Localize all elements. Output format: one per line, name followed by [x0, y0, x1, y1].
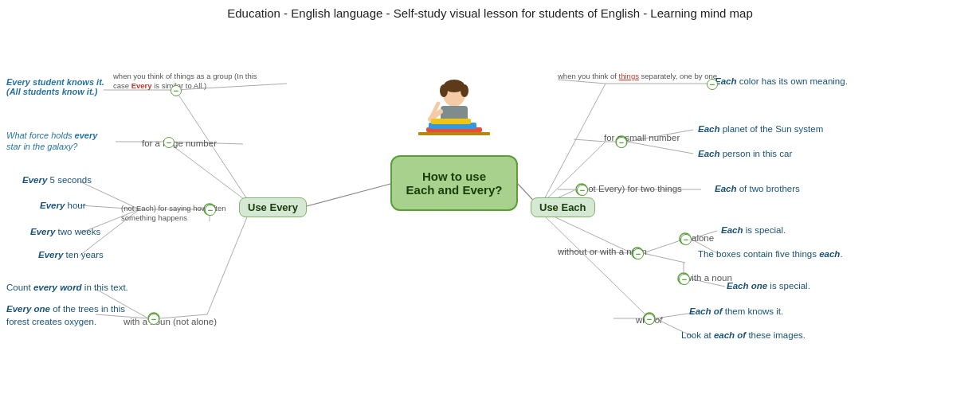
- svg-point-52: [461, 84, 468, 97]
- circle-each-with-noun: −: [679, 274, 690, 285]
- each-one-special: Each one is special.: [727, 281, 810, 291]
- svg-line-36: [643, 253, 685, 263]
- every-two-weeks: Every two weeks: [30, 227, 100, 236]
- use-each-box: Use Each: [531, 197, 595, 217]
- circle-every-large: −: [163, 137, 174, 148]
- svg-line-15: [207, 209, 250, 314]
- circle-each-alone: −: [680, 234, 692, 245]
- svg-point-51: [440, 84, 448, 97]
- each-with-noun-label: with a noun: [685, 273, 732, 283]
- every-count-word: Count every word in this text.: [6, 283, 128, 292]
- each-two-brothers: Each of two brothers: [715, 184, 800, 193]
- page-title: Education - English language - Self-stud…: [0, 0, 980, 23]
- use-every-box: Use Every: [239, 197, 307, 217]
- each-look-at: Look at each of these images.: [681, 330, 806, 340]
- each-boxes-contain: The boxes contain five things each.: [698, 249, 843, 259]
- svg-line-0: [295, 184, 390, 209]
- center-label: How to useEach and Every?: [406, 170, 503, 197]
- each-color: Each color has its own meaning.: [715, 76, 848, 86]
- center-box: How to useEach and Every?: [390, 155, 518, 211]
- circle-every-group: −: [171, 85, 182, 96]
- each-alone-label: alone: [692, 233, 714, 243]
- svg-line-45: [542, 213, 649, 318]
- every-large-number: for a large number: [142, 139, 217, 148]
- circle-each-small: −: [616, 137, 627, 148]
- circle-every-noun: −: [148, 314, 159, 325]
- svg-line-35: [643, 239, 685, 253]
- circle-each-sep: −: [707, 79, 718, 90]
- svg-line-24: [542, 142, 606, 204]
- every-5-seconds: Every 5 seconds: [22, 175, 92, 185]
- svg-rect-59: [418, 132, 490, 135]
- svg-line-28: [574, 139, 606, 142]
- svg-line-27: [627, 142, 693, 154]
- every-one-trees: Every one of the trees in thisforest cre…: [6, 302, 138, 328]
- person-image: [410, 80, 498, 151]
- svg-rect-58: [431, 119, 471, 124]
- circle-each-two: −: [577, 185, 588, 196]
- each-not-every: (not Every) for two things: [580, 184, 682, 193]
- circle-each-of: −: [644, 314, 655, 325]
- each-person-car: Each person in this car: [698, 149, 792, 158]
- each-separately-note: when you think of things separately, one…: [558, 72, 717, 80]
- every-force-node: What force holds everystar in the galaxy…: [6, 130, 130, 153]
- every-with-noun: with a noun (not alone): [123, 317, 217, 326]
- every-group-note: when you think of things as a group (In …: [113, 72, 257, 92]
- every-hour: Every hour: [40, 201, 86, 210]
- each-of-them: Each of them knows it.: [689, 306, 783, 316]
- not-each-note: (not Each) for saying how oftensomething…: [121, 204, 239, 224]
- each-planet: Each planet of the Sun system: [698, 124, 823, 134]
- circle-each-noun: −: [633, 248, 644, 259]
- every-student-node: Every student knows it. (All students kn…: [6, 77, 104, 96]
- circle-every-often: −: [205, 205, 216, 216]
- each-is-special: Each is special.: [721, 225, 786, 235]
- svg-line-5: [167, 142, 250, 204]
- every-ten-years: Every ten years: [38, 250, 104, 259]
